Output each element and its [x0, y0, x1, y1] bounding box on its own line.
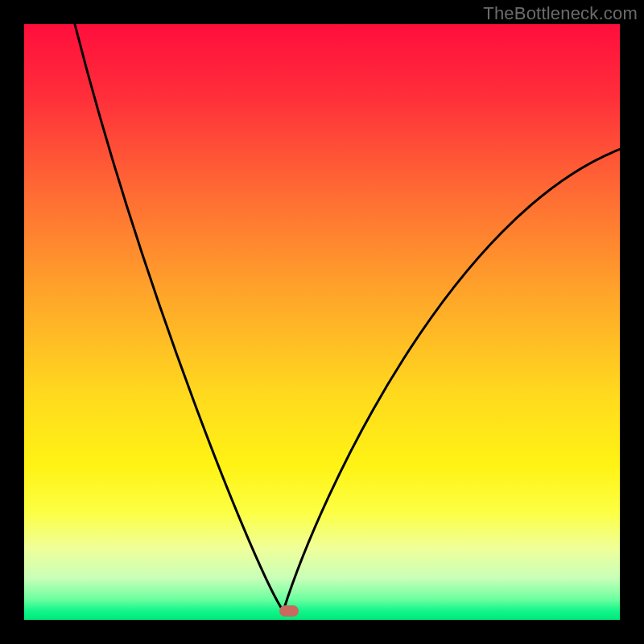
- optimal-marker: [279, 605, 299, 617]
- chart-frame: [24, 24, 620, 620]
- watermark-text: TheBottleneck.com: [483, 3, 638, 24]
- curve-line: [24, 24, 620, 620]
